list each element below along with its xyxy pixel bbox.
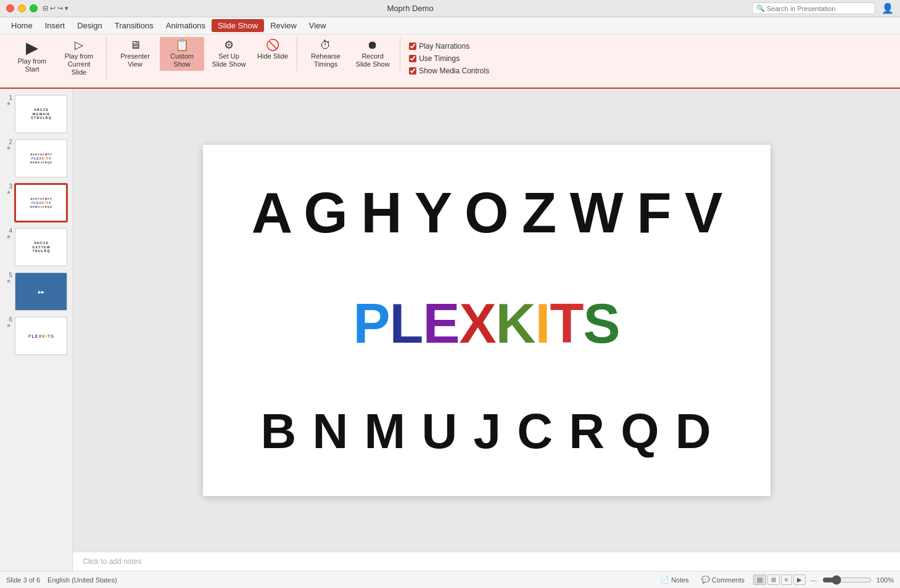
custom-show-icon: 📋 [175,39,189,51]
ribbon-group-timings: ⏱ Rehearse Timings ⏺ Record Slide Show [299,37,400,71]
slide-canvas[interactable]: A G H Y O Z W F V P L E X K I T S B N M … [203,145,770,496]
letter-L: L [389,296,423,351]
maximize-button[interactable] [30,4,38,12]
notes-bar[interactable]: Click to add notes [73,552,900,571]
view-buttons: ▤ ⊞ ≡ ▶ [753,574,806,585]
hide-slide-button[interactable]: 🚫 Hide Slide [254,37,292,63]
traffic-lights [6,4,38,12]
rehearse-timings-button[interactable]: ⏱ Rehearse Timings [303,37,348,71]
play-current-icon: ▷ [75,39,83,51]
presenter-view-icon: 🖥 [130,39,141,51]
slide-thumb-5[interactable]: 5 ★ ▶▶ [4,271,68,312]
letter-X: X [459,296,495,351]
menu-view[interactable]: View [303,19,332,32]
menu-transitions[interactable]: Transitions [109,19,160,32]
slide-panel: 1 ★ A B C Z E W G M A I K S T N U L R Q … [0,89,73,571]
letter-T: T [550,296,584,351]
presenter-view-btn[interactable]: ▶ [793,574,806,585]
record-slide-show-button[interactable]: ⏺ Record Slide Show [350,37,395,71]
setup-icon: ⚙ [224,39,234,51]
menu-review[interactable]: Review [264,19,303,32]
search-box[interactable]: 🔍 [752,2,875,14]
letter-S: S [584,296,620,351]
slide-row1: A G H Y O Z W F V [221,184,752,241]
slide-thumb-2[interactable]: 2 ★ A G H Y O Z W F V PLEXKITS B N M U J… [4,138,68,179]
language-info: English (United States) [47,576,117,584]
ribbon: ▶ Play from Start ▷ Play from Current Sl… [0,35,900,89]
slide-row3: B N M U J C R Q D [221,407,752,456]
reading-view-button[interactable]: ≡ [781,574,792,585]
close-button[interactable] [6,4,14,12]
menu-slideshow[interactable]: Slide Show [212,19,264,32]
minimize-button[interactable] [18,4,26,12]
window-title: Moprh Demo [68,4,752,13]
menu-bar: Home Insert Design Transitions Animation… [0,17,900,35]
setup-slide-show-button[interactable]: ⚙ Set Up Slide Show [207,37,251,71]
ribbon-group-options: Play Narrations Use Timings Show Media C… [402,37,497,80]
main-area: 1 ★ A B C Z E W G M A I K S T N U L R Q … [0,89,900,571]
search-input[interactable] [767,5,871,12]
zoom-level: 100% [877,576,894,584]
play-start-icon: ▶ [26,39,38,55]
content-area: A G H Y O Z W F V P L E X K I T S B N M … [73,89,900,571]
comments-icon: 💬 [701,576,710,584]
presenter-view-button[interactable]: 🖥 Presenter View [113,37,157,71]
normal-view-button[interactable]: ▤ [753,574,766,585]
slide-thumbnail-3[interactable]: A G H Y O Z W F V PLEXKITS B N M U J C R… [15,184,67,222]
slide-thumb-1[interactable]: 1 ★ A B C Z E W G M A I K S T N U L R Q [4,94,68,134]
letter-E: E [423,296,459,351]
zoom-slider[interactable] [822,575,872,585]
letter-K: K [496,296,535,351]
slide-row2-plexkits: P L E X K I T S [221,296,752,351]
ribbon-group-setup: 🖥 Presenter View 📋 Custom Show ⚙ Set Up … [108,37,297,71]
slide-info: Slide 3 of 6 [6,576,40,584]
status-bar: Slide 3 of 6 English (United States) 📄 N… [0,571,900,588]
slide-thumbnail-6[interactable]: PLEXKITS [15,317,67,355]
hide-slide-icon: 🚫 [266,39,279,51]
letter-I: I [535,296,550,351]
slide-thumb-6[interactable]: 6 ★ PLEXKITS [4,316,68,356]
slide-thumbnail-2[interactable]: A G H Y O Z W F V PLEXKITS B N M U J C R… [15,139,67,178]
slide-thumbnail-1[interactable]: A B C Z E W G M A I K S T N U L R Q [15,95,67,133]
slide-sorter-button[interactable]: ⊞ [767,574,780,585]
show-media-controls-checkbox[interactable]: Show Media Controls [409,67,489,75]
ribbon-group-play: ▶ Play from Start ▷ Play from Current Sl… [5,37,107,80]
play-current-slide-button[interactable]: ▷ Play from Current Slide [57,37,101,80]
title-bar: ⊟ ↩ ↪ ▾ Moprh Demo 🔍 👤 [0,0,900,17]
menu-insert[interactable]: Insert [39,19,72,32]
play-from-start-button[interactable]: ▶ Play from Start [10,37,54,76]
notes-placeholder: Click to add notes [83,557,141,566]
use-timings-checkbox[interactable]: Use Timings [409,54,489,63]
notes-icon: 📄 [661,576,669,584]
menu-animations[interactable]: Animations [160,19,212,32]
menu-design[interactable]: Design [71,19,108,32]
custom-show-button[interactable]: 📋 Custom Show [160,37,204,71]
notes-button[interactable]: 📄 Notes [657,574,693,585]
letter-P: P [353,296,389,351]
slide-thumb-4[interactable]: 4 ★ A H C Z E G X T Y E W T N U L R Q [4,227,68,267]
slide-canvas-container[interactable]: A G H Y O Z W F V P L E X K I T S B N M … [73,89,900,552]
comments-button[interactable]: 💬 Comments [698,574,748,585]
menu-home[interactable]: Home [5,19,39,32]
record-icon: ⏺ [367,39,378,51]
slide-thumb-3[interactable]: 3 ★ A G H Y O Z W F V PLEXKITS B N M U J… [4,182,68,223]
rehearse-icon: ⏱ [320,39,331,51]
play-narrations-checkbox[interactable]: Play Narrations [409,42,489,51]
slide-thumbnail-5[interactable]: ▶▶ [15,272,67,311]
slide-thumbnail-4[interactable]: A H C Z E G X T Y E W T N U L R Q [15,228,67,266]
